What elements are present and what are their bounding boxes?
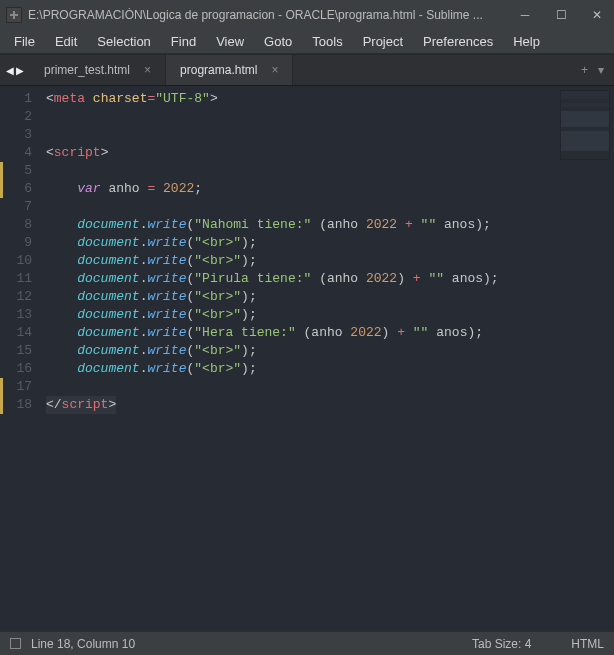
editor[interactable]: 123456789101112131415161718 <meta charse… bbox=[0, 86, 614, 631]
code-line[interactable] bbox=[46, 162, 614, 180]
line-number: 6 bbox=[0, 180, 32, 198]
line-number: 10 bbox=[0, 252, 32, 270]
window-title: E:\PROGRAMACIÓN\Logica de programacion -… bbox=[28, 8, 504, 22]
code-line[interactable]: document.write("<br>"); bbox=[46, 342, 614, 360]
minimize-button[interactable]: ─ bbox=[514, 0, 536, 30]
tab-prev-icon[interactable]: ◀ bbox=[6, 65, 14, 76]
tab-next-icon[interactable]: ▶ bbox=[16, 65, 24, 76]
line-number: 14 bbox=[0, 324, 32, 342]
tab-programa-html[interactable]: programa.html× bbox=[166, 55, 293, 85]
window-controls: ─ ☐ ✕ bbox=[514, 0, 608, 30]
code-line[interactable] bbox=[46, 108, 614, 126]
status-tab-size[interactable]: Tab Size: 4 bbox=[472, 637, 531, 651]
line-number: 8 bbox=[0, 216, 32, 234]
tab-label: primer_test.html bbox=[44, 63, 130, 77]
menu-help[interactable]: Help bbox=[505, 32, 548, 51]
line-number: 13 bbox=[0, 306, 32, 324]
code-line[interactable]: document.write("Hera tiene:" (anho 2022)… bbox=[46, 324, 614, 342]
line-number: 15 bbox=[0, 342, 32, 360]
tab-nav-arrows[interactable]: ◀ ▶ bbox=[0, 55, 30, 85]
line-number: 5 bbox=[0, 162, 32, 180]
tab-primer_test-html[interactable]: primer_test.html× bbox=[30, 55, 166, 85]
maximize-button[interactable]: ☐ bbox=[550, 0, 572, 30]
menu-file[interactable]: File bbox=[6, 32, 43, 51]
menu-edit[interactable]: Edit bbox=[47, 32, 85, 51]
line-number: 17 bbox=[0, 378, 32, 396]
menu-tools[interactable]: Tools bbox=[304, 32, 350, 51]
code-line[interactable]: <meta charset="UTF-8"> bbox=[46, 90, 614, 108]
menu-goto[interactable]: Goto bbox=[256, 32, 300, 51]
line-number: 4 bbox=[0, 144, 32, 162]
code-line[interactable]: document.write("Pirula tiene:" (anho 202… bbox=[46, 270, 614, 288]
close-icon[interactable]: × bbox=[271, 63, 278, 77]
code-line[interactable]: document.write("<br>"); bbox=[46, 252, 614, 270]
gutter: 123456789101112131415161718 bbox=[0, 86, 42, 631]
statusbar: Line 18, Column 10 Tab Size: 4 HTML bbox=[0, 631, 614, 655]
minimap[interactable] bbox=[560, 90, 610, 160]
menu-view[interactable]: View bbox=[208, 32, 252, 51]
titlebar: E:\PROGRAMACIÓN\Logica de programacion -… bbox=[0, 0, 614, 30]
close-icon[interactable]: × bbox=[144, 63, 151, 77]
status-syntax[interactable]: HTML bbox=[571, 637, 604, 651]
line-number: 12 bbox=[0, 288, 32, 306]
menu-find[interactable]: Find bbox=[163, 32, 204, 51]
code-line[interactable]: document.write("<br>"); bbox=[46, 288, 614, 306]
code-line[interactable]: var anho = 2022; bbox=[46, 180, 614, 198]
tab-label: programa.html bbox=[180, 63, 257, 77]
status-toggle-icon[interactable] bbox=[10, 638, 21, 649]
code-line[interactable]: </script> bbox=[46, 396, 614, 414]
line-number: 7 bbox=[0, 198, 32, 216]
code-line[interactable]: document.write("<br>"); bbox=[46, 360, 614, 378]
code-line[interactable]: document.write("<br>"); bbox=[46, 234, 614, 252]
code-line[interactable] bbox=[46, 126, 614, 144]
menubar: FileEditSelectionFindViewGotoToolsProjec… bbox=[0, 30, 614, 54]
code-line[interactable] bbox=[46, 198, 614, 216]
svg-rect-1 bbox=[13, 11, 15, 19]
tabbar: ◀ ▶ primer_test.html×programa.html× + ▾ bbox=[0, 54, 614, 86]
menu-project[interactable]: Project bbox=[355, 32, 411, 51]
code-line[interactable]: document.write("Nahomi tiene:" (anho 202… bbox=[46, 216, 614, 234]
tab-overflow-icon[interactable]: ▾ bbox=[598, 63, 604, 77]
line-number: 2 bbox=[0, 108, 32, 126]
line-number: 16 bbox=[0, 360, 32, 378]
line-number: 9 bbox=[0, 234, 32, 252]
new-tab-button[interactable]: + bbox=[581, 63, 588, 77]
menu-selection[interactable]: Selection bbox=[89, 32, 158, 51]
code-line[interactable]: <script> bbox=[46, 144, 614, 162]
status-position[interactable]: Line 18, Column 10 bbox=[31, 637, 135, 651]
line-number: 1 bbox=[0, 90, 32, 108]
code-line[interactable] bbox=[46, 378, 614, 396]
close-button[interactable]: ✕ bbox=[586, 0, 608, 30]
menu-preferences[interactable]: Preferences bbox=[415, 32, 501, 51]
code-line[interactable]: document.write("<br>"); bbox=[46, 306, 614, 324]
line-number: 11 bbox=[0, 270, 32, 288]
line-number: 3 bbox=[0, 126, 32, 144]
app-icon bbox=[6, 7, 22, 23]
code-area[interactable]: <meta charset="UTF-8"><script> var anho … bbox=[42, 86, 614, 631]
line-number: 18 bbox=[0, 396, 32, 414]
